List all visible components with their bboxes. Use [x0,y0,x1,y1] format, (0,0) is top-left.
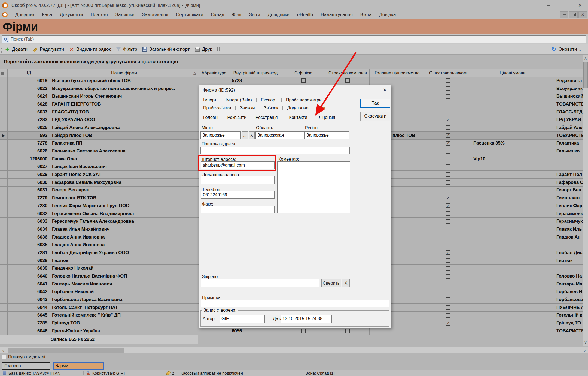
column-header-id[interactable]: ІД [8,69,50,77]
checkbox[interactable] [446,282,450,286]
dialog-tab-контакти[interactable]: Контакти [285,113,311,123]
checkbox[interactable] [446,250,450,255]
checkbox[interactable] [446,86,450,91]
checkbox[interactable] [446,157,450,161]
city-clear-button[interactable]: X [249,131,255,139]
checkbox[interactable] [446,297,450,302]
add-button[interactable]: +Додати [5,47,28,52]
city-field[interactable]: Запорожье [200,131,241,139]
show-details-toggle[interactable]: Показувати деталі [2,354,45,359]
table-row[interactable]: 6046Гретч-Юнітас Україна6056ТОВАРИСТВ [0,327,588,335]
dialog-tab-експорт[interactable]: Експорт [259,98,279,103]
dialog-tab-імпорт[interactable]: Імпорт [202,98,218,103]
menu-item[interactable]: Довідники [264,12,293,17]
oblast-field[interactable]: Запорожская [255,131,304,139]
checkbox[interactable] [301,329,306,333]
dialog-tab-ліцензія[interactable]: Ліцензія [317,115,337,120]
dialog-tab-реквізити[interactable]: Реквізити [226,115,248,120]
fax-field[interactable] [201,206,275,213]
checkbox[interactable] [446,274,450,279]
close-button[interactable]: × [572,0,588,11]
menu-item[interactable]: eHealth [293,12,317,17]
dialog-tab-реєстрація[interactable]: Реєстрація [254,115,279,120]
dialog-tab-додатково[interactable]: Додатково [285,106,310,110]
scroll-down-icon[interactable]: ∨ [583,340,588,345]
column-header-filial[interactable]: Є філією [281,69,326,77]
columns-button[interactable] [217,47,224,52]
verify-clear-button[interactable]: X [342,279,350,287]
refresh-button[interactable]: ↻Оновити [551,47,577,52]
checkbox[interactable] [446,78,450,83]
tab-holovna[interactable]: Головна [2,362,50,370]
checkbox[interactable] [446,243,450,247]
checkbox[interactable] [446,203,450,208]
checkbox[interactable] [446,313,450,318]
menu-item[interactable]: Замовлення [138,12,172,17]
show-details-checkbox[interactable] [2,355,6,359]
checkbox[interactable] [446,227,450,231]
dialog-tab-дод-[interactable]: Дод. [316,106,328,110]
checkbox[interactable] [301,78,306,83]
delete-row-button[interactable]: ✕Видалити рядок [69,47,111,52]
checkbox[interactable] [446,172,450,177]
dialog-tab-імпорт-beta-[interactable]: Імпорт (Beta) [224,98,254,103]
scroll-up-icon[interactable]: ∧ [583,56,588,61]
search-input[interactable] [9,37,586,42]
menu-item[interactable]: Довідник [11,12,38,17]
checkbox[interactable] [446,118,450,122]
checkbox[interactable] [446,290,450,294]
comment-field[interactable] [277,161,350,213]
export-button[interactable]: Загальний експорт [142,47,190,52]
search-box[interactable] [2,35,586,43]
checkbox[interactable] [446,149,450,154]
checkbox[interactable] [446,321,450,326]
region-field[interactable]: Запорожье [304,131,349,139]
date-field[interactable]: 13.10.2015 15:24:38 [281,315,332,323]
checkbox[interactable] [446,329,450,333]
verified-field[interactable] [201,279,319,287]
child-restore-button[interactable] [569,11,578,18]
checkbox[interactable] [446,305,450,310]
column-header-full[interactable] [554,69,587,77]
checkbox[interactable] [446,164,450,169]
horizontal-scrollbar[interactable]: ‹ › [0,347,588,353]
dialog-tab-прайс-параметри[interactable]: Прайс параметри [284,98,323,103]
dialog-tab-головні[interactable]: Головні [202,115,220,120]
minimize-button[interactable] [541,0,556,11]
filter-button[interactable]: Фільтр [116,47,137,52]
checkbox[interactable] [446,180,450,185]
ok-button[interactable]: Так [360,99,390,108]
scroll-left-icon[interactable]: ‹ [1,347,6,353]
column-header-supplier[interactable]: Є постачальником [425,69,471,77]
checkbox[interactable] [446,211,450,216]
checkbox[interactable] [446,141,450,146]
checkbox[interactable] [446,219,450,224]
cancel-button[interactable]: Скасувати [360,112,390,121]
menu-item[interactable]: Документи [56,12,87,17]
scroll-right-icon[interactable]: › [582,347,587,353]
checkbox[interactable] [345,329,350,333]
checkbox[interactable] [446,110,450,114]
note-field[interactable] [201,300,389,307]
checkbox[interactable] [446,196,450,200]
checkbox[interactable] [446,235,450,239]
menu-item[interactable]: Звіти [245,12,264,17]
verify-button[interactable]: Сверить [321,279,341,287]
column-header-price[interactable]: Цінові умови [471,69,554,77]
column-header-barcode[interactable]: Внутрішній штрих-код [230,69,281,77]
dialog-close-icon[interactable]: × [381,86,389,94]
edit-button[interactable]: Редагувати [32,47,64,52]
tab-firmy[interactable]: Фірми [53,362,104,370]
menu-item[interactable]: Склад [207,12,228,17]
dialog-tab-зв-язок[interactable]: Зв'язок [262,106,280,110]
refresh-dropdown-icon[interactable]: ▾ [579,48,581,52]
column-header-head[interactable]: Головне підприємство [370,69,425,77]
menu-item[interactable]: Вікна [357,12,375,17]
internet-address-field[interactable]: skarbsup@gmail.com [201,161,275,169]
menu-item[interactable]: Філії [228,12,245,17]
checkbox[interactable] [446,258,450,263]
checkbox[interactable] [446,266,450,271]
phone-field[interactable]: 0612249169 [201,191,275,199]
author-field[interactable]: GIFT [220,315,265,323]
menu-item[interactable]: Каса [38,12,56,17]
